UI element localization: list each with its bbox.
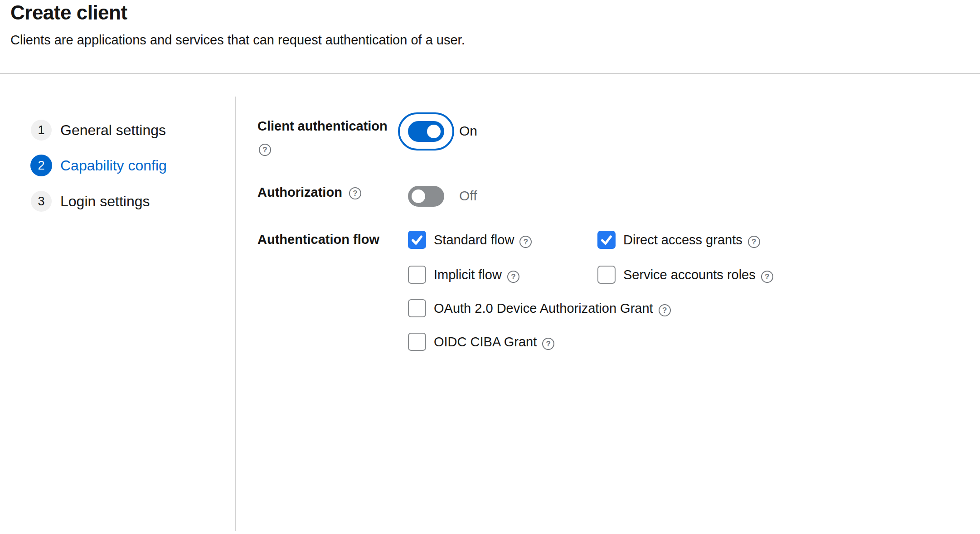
option-service-accounts-roles: Service accounts roles ? [597, 266, 773, 284]
authorization-toggle[interactable] [408, 186, 444, 207]
authorization-label: Authorization [257, 184, 342, 200]
authorization-state: Off [459, 188, 477, 204]
option-oidc-ciba-grant: OIDC CIBA Grant ? [408, 333, 554, 351]
option-direct-access-grants: Direct access grants ? [597, 231, 760, 249]
wizard-step-capability-config[interactable]: 2 Capability config [30, 148, 167, 183]
implicit-flow-checkbox[interactable] [408, 266, 426, 284]
step-number: 1 [31, 120, 52, 141]
oauth-device-grant-checkbox[interactable] [408, 299, 426, 317]
authentication-flow-label: Authentication flow [257, 232, 379, 247]
client-authentication-toggle[interactable] [398, 112, 454, 150]
standard-flow-checkbox[interactable] [408, 231, 426, 249]
help-icon[interactable]: ? [761, 271, 773, 283]
wizard-nav-divider [235, 97, 236, 531]
help-icon[interactable]: ? [519, 236, 532, 248]
checkbox-label[interactable]: Service accounts roles [623, 267, 756, 282]
step-label: Login settings [60, 193, 150, 210]
client-authentication-state: On [459, 123, 477, 139]
help-icon[interactable]: ? [748, 236, 760, 248]
step-number-circle: 3 [30, 190, 52, 212]
wizard-step-login-settings[interactable]: 3 Login settings [30, 184, 150, 219]
page-subtitle: Clients are applications and services th… [10, 32, 465, 48]
switch-knob [427, 125, 441, 138]
service-accounts-roles-checkbox[interactable] [597, 266, 616, 284]
header-divider [0, 73, 980, 74]
option-standard-flow: Standard flow ? [408, 231, 532, 249]
step-number-circle: 1 [30, 119, 52, 141]
step-number: 2 [30, 155, 52, 176]
help-icon[interactable]: ? [542, 338, 554, 350]
step-label: General settings [60, 122, 166, 139]
option-implicit-flow: Implicit flow ? [408, 266, 519, 284]
help-icon[interactable]: ? [349, 187, 361, 199]
checkbox-label[interactable]: OAuth 2.0 Device Authorization Grant [434, 301, 653, 316]
help-icon[interactable]: ? [659, 304, 671, 316]
direct-access-grants-checkbox[interactable] [597, 231, 616, 249]
checkbox-label[interactable]: Standard flow [434, 233, 514, 248]
checkbox-label[interactable]: OIDC CIBA Grant [434, 335, 537, 350]
help-icon[interactable]: ? [507, 271, 519, 283]
step-label: Capability config [60, 157, 167, 174]
check-icon [600, 233, 613, 246]
checkbox-label[interactable]: Implicit flow [434, 267, 502, 282]
switch-knob [412, 189, 425, 203]
toggle-track [408, 121, 444, 142]
step-number-circle: 2 [30, 155, 52, 176]
help-icon[interactable]: ? [259, 144, 271, 156]
check-icon [411, 233, 423, 246]
wizard-step-general-settings[interactable]: 1 General settings [30, 112, 166, 148]
page-title: Create client [10, 1, 127, 24]
step-number: 3 [31, 191, 52, 212]
client-authentication-label: Client authentication [257, 118, 388, 134]
option-oauth-device-authorization-grant: OAuth 2.0 Device Authorization Grant ? [408, 299, 671, 317]
create-client-page: Create client Clients are applications a… [0, 0, 980, 534]
checkbox-label[interactable]: Direct access grants [623, 233, 742, 248]
oidc-ciba-grant-checkbox[interactable] [408, 333, 426, 351]
authorization-label-group: Authorization ? [257, 184, 361, 200]
